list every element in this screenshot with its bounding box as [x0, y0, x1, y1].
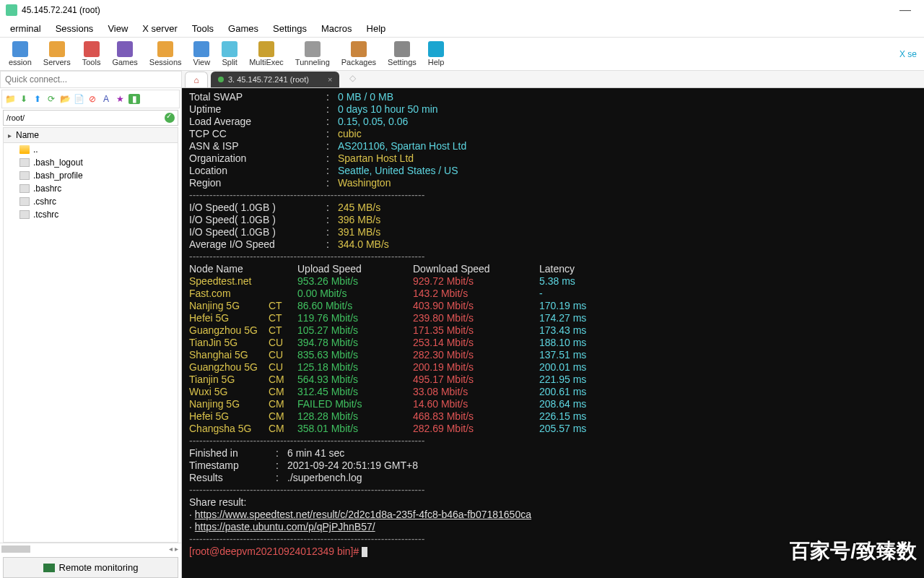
- path-text: /root/: [6, 113, 25, 122]
- settings-icon: [394, 41, 410, 57]
- tool-settings[interactable]: Settings: [382, 41, 422, 66]
- window-title: 45.145.72.241 (root): [22, 5, 100, 15]
- folder-up-icon: [19, 145, 30, 154]
- menu-settings[interactable]: Settings: [266, 22, 314, 35]
- path-input[interactable]: /root/: [3, 110, 178, 126]
- menu-games[interactable]: Games: [221, 22, 266, 35]
- newfolder-icon[interactable]: 📂: [60, 94, 70, 104]
- download-icon[interactable]: ⬇: [19, 94, 29, 104]
- tool-help[interactable]: Help: [422, 41, 450, 66]
- menu-sessions[interactable]: Sessions: [48, 22, 101, 35]
- multiexec-icon: [258, 41, 274, 57]
- refresh-icon[interactable]: ⟳: [46, 94, 56, 104]
- menu-macros[interactable]: Macros: [314, 22, 359, 35]
- app-icon: [6, 4, 17, 16]
- tool-ession[interactable]: ession: [3, 41, 38, 66]
- toolbar: essionServersToolsGamesSessionsViewSplit…: [0, 38, 924, 71]
- file-row[interactable]: .bashrc: [4, 182, 178, 195]
- tool-packages[interactable]: Packages: [336, 41, 382, 66]
- sftp-toolbar: 📁 ⬇ ⬆ ⟳ 📂 📄 ⊘ A ★ ▮: [1, 90, 180, 108]
- menu-tools[interactable]: Tools: [185, 22, 221, 35]
- monitor-icon: [43, 564, 55, 572]
- remote-monitoring-button[interactable]: Remote monitoring: [3, 557, 178, 578]
- terminal[interactable]: Total SWAP: 0 MB / 0 MBUptime: 0 days 10…: [182, 88, 924, 578]
- new-tab-button[interactable]: ◇: [344, 73, 361, 87]
- tool-split[interactable]: Split: [216, 41, 243, 66]
- file-list: Name ...bash_logout.bash_profile.bashrc.…: [3, 127, 178, 543]
- h-scrollbar[interactable]: ◂ ▸: [0, 543, 181, 554]
- remote-monitoring-label: Remote monitoring: [59, 562, 139, 573]
- file-row[interactable]: ..: [4, 143, 178, 156]
- quick-connect-input[interactable]: [0, 71, 182, 88]
- device-icon[interactable]: ▮: [128, 94, 140, 104]
- font-icon[interactable]: A: [101, 94, 111, 104]
- file-icon: [19, 197, 30, 206]
- file-row[interactable]: .cshrc: [4, 195, 178, 208]
- tab-label: 3. 45.145.72.241 (root): [228, 75, 309, 84]
- file-icon: [19, 171, 30, 180]
- help-icon: [428, 41, 444, 57]
- view-icon: [193, 41, 209, 57]
- delete-icon[interactable]: ⊘: [87, 94, 97, 104]
- column-header-name[interactable]: Name: [4, 128, 178, 143]
- menu-erminal[interactable]: erminal: [3, 22, 48, 35]
- menubar: erminalSessionsViewX serverToolsGamesSet…: [0, 20, 924, 38]
- packages-icon: [351, 41, 367, 57]
- menu-help[interactable]: Help: [359, 22, 393, 35]
- folder-icon[interactable]: 📁: [5, 94, 15, 104]
- menu-view[interactable]: View: [100, 22, 135, 35]
- tab-bar: ⌂ 3. 45.145.72.241 (root) × ◇: [182, 71, 924, 88]
- path-ok-icon: [165, 113, 175, 123]
- games-icon: [117, 41, 133, 57]
- tool-sessions[interactable]: Sessions: [144, 41, 188, 66]
- tool-tunneling[interactable]: Tunneling: [289, 41, 336, 66]
- split-icon: [222, 41, 237, 57]
- ession-icon: [12, 41, 28, 57]
- window-titlebar: 45.145.72.241 (root) —: [0, 0, 924, 20]
- file-row[interactable]: .bash_logout: [4, 156, 178, 169]
- file-icon: [19, 184, 30, 193]
- status-dot-icon: [218, 77, 224, 82]
- tool-tools[interactable]: Tools: [77, 41, 107, 66]
- tool-multiexec[interactable]: MultiExec: [243, 41, 289, 66]
- newfile-icon[interactable]: 📄: [74, 94, 84, 104]
- tool-servers[interactable]: Servers: [38, 41, 77, 66]
- file-icon: [19, 158, 30, 167]
- close-tab-icon[interactable]: ×: [328, 75, 332, 84]
- tunneling-icon: [305, 41, 321, 57]
- xserver-label: X se: [899, 49, 921, 59]
- sessions-icon: [157, 41, 173, 57]
- minimize-button[interactable]: —: [892, 4, 918, 17]
- tools-icon: [84, 41, 100, 57]
- file-icon: [19, 210, 30, 219]
- file-row[interactable]: .tcshrc: [4, 208, 178, 221]
- home-tab[interactable]: ⌂: [185, 72, 208, 87]
- bookmark-icon[interactable]: ★: [115, 94, 125, 104]
- watermark: 百家号/致臻数: [790, 538, 917, 565]
- file-row[interactable]: .bash_profile: [4, 169, 178, 182]
- upload-icon[interactable]: ⬆: [32, 94, 43, 104]
- sftp-sidebar: 📁 ⬇ ⬆ ⟳ 📂 📄 ⊘ A ★ ▮ /root/ Name ...bash_…: [0, 88, 182, 578]
- tool-games[interactable]: Games: [106, 41, 143, 66]
- menu-x server[interactable]: X server: [135, 22, 184, 35]
- servers-icon: [49, 41, 65, 57]
- tool-view[interactable]: View: [188, 41, 217, 66]
- session-tab[interactable]: 3. 45.145.72.241 (root) ×: [211, 72, 339, 87]
